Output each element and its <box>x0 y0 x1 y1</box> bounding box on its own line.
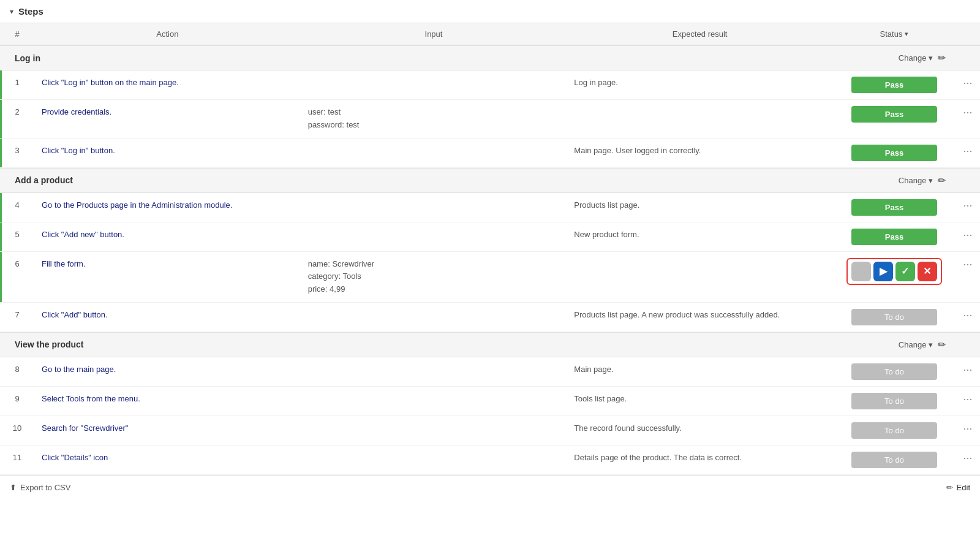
action-text: Provide credentials. <box>34 106 301 118</box>
groups-container: Log in Change ▾ ✏ 1 Click "Log in" butto… <box>0 45 980 475</box>
more-options-button[interactable]: ··· <box>956 309 980 322</box>
group-change-btn-2[interactable]: Change ▾ <box>899 340 933 349</box>
pass-indicator <box>0 70 2 99</box>
pass-button[interactable]: Pass <box>851 229 937 245</box>
edit-label: Edit <box>957 483 970 492</box>
status-sort-chevron: ▾ <box>905 30 908 38</box>
pass-indicator <box>0 222 2 251</box>
table-row: 1 Click "Log in" button on the main page… <box>0 70 980 100</box>
more-options-button[interactable]: ··· <box>956 422 980 435</box>
row-number: 2 <box>0 106 34 116</box>
more-options-button[interactable]: ··· <box>956 199 980 212</box>
row-number: 5 <box>0 229 34 239</box>
col-num: # <box>0 29 34 39</box>
group-header-0: Log in Change ▾ ✏ <box>0 45 980 70</box>
status-btn-green[interactable]: ✓ <box>895 262 915 281</box>
row-number: 7 <box>0 309 34 319</box>
table-row: 2 Provide credentials. user: testpasswor… <box>0 100 980 138</box>
pass-button[interactable]: Pass <box>851 145 937 161</box>
action-text: Go to the main page. <box>34 363 301 376</box>
status-cell: ▶ ✓ ✕ <box>833 258 956 285</box>
status-cell: To do <box>833 309 956 325</box>
expected-text: Products list page. A new product was su… <box>567 309 833 321</box>
expected-text: New product form. <box>567 229 833 241</box>
table-row: 8 Go to the main page. Main page. To do … <box>0 357 980 387</box>
col-expected: Expected result <box>567 29 833 39</box>
input-text: user: testpassword: test <box>301 106 567 132</box>
todo-button[interactable]: To do <box>851 309 937 325</box>
group-edit-icon-0[interactable]: ✏ <box>938 52 946 64</box>
table-row: 5 Click "Add new" button. New product fo… <box>0 222 980 252</box>
status-cell: Pass <box>833 145 956 161</box>
status-cell: To do <box>833 393 956 409</box>
expected-text: Main page. User logged in correctly. <box>567 145 833 157</box>
action-text: Click "Add" button. <box>34 309 301 321</box>
group-name-1: Add a product <box>10 175 823 185</box>
table-row: 10 Search for "Screwdriver" The record f… <box>0 416 980 446</box>
group-name-2: View the product <box>10 340 823 349</box>
group-header-1: Add a product Change ▾ ✏ <box>0 168 980 193</box>
row-number: 9 <box>0 393 34 403</box>
todo-button[interactable]: To do <box>851 452 937 468</box>
action-text: Search for "Screwdriver" <box>34 422 301 434</box>
group-edit-icon-2[interactable]: ✏ <box>938 339 946 351</box>
more-options-button[interactable]: ··· <box>956 452 980 465</box>
status-cell: To do <box>833 452 956 468</box>
table-row: 9 Select Tools from the menu. Tools list… <box>0 387 980 416</box>
more-options-button[interactable]: ··· <box>956 229 980 241</box>
more-options-button[interactable]: ··· <box>956 145 980 157</box>
pass-indicator <box>0 252 2 302</box>
table-row: 3 Click "Log in" button. Main page. User… <box>0 138 980 168</box>
status-cell: Pass <box>833 77 956 93</box>
expected-text: The record found successfully. <box>567 422 833 434</box>
expected-text: Tools list page. <box>567 393 833 405</box>
edit-button[interactable]: ✏ Edit <box>946 483 970 492</box>
more-options-button[interactable]: ··· <box>956 363 980 376</box>
more-options-button[interactable]: ··· <box>956 393 980 406</box>
action-text: Fill the form. <box>34 258 301 270</box>
table-header: # Action Input Expected result Status ▾ <box>0 23 980 45</box>
status-selector: ▶ ✓ ✕ <box>846 258 942 285</box>
action-text: Click "Log in" button. <box>34 145 301 157</box>
todo-button[interactable]: To do <box>851 363 937 380</box>
todo-button[interactable]: To do <box>851 393 937 409</box>
table-row: 7 Click "Add" button. Products list page… <box>0 303 980 332</box>
group-name-0: Log in <box>10 53 823 63</box>
status-cell: To do <box>833 363 956 380</box>
table-row: 6 Fill the form. name: Screwdrivercatego… <box>0 252 980 303</box>
row-number: 6 <box>0 258 34 268</box>
group-change-btn-1[interactable]: Change ▾ <box>899 176 933 185</box>
status-btn-blue[interactable]: ▶ <box>873 262 893 281</box>
status-btn-grey[interactable] <box>851 262 871 281</box>
more-options-button[interactable]: ··· <box>956 77 980 89</box>
steps-header[interactable]: ▾ Steps <box>0 0 980 23</box>
expected-text: Products list page. <box>567 199 833 211</box>
more-options-button[interactable]: ··· <box>956 258 980 271</box>
row-number: 4 <box>0 199 34 210</box>
pass-button[interactable]: Pass <box>851 106 937 123</box>
row-number: 1 <box>0 77 34 87</box>
row-number: 8 <box>0 363 34 374</box>
edit-icon: ✏ <box>946 483 953 492</box>
status-cell: To do <box>833 422 956 439</box>
pass-button[interactable]: Pass <box>851 77 937 93</box>
pass-button[interactable]: Pass <box>851 199 937 216</box>
expected-text: Details page of the product. The data is… <box>567 452 833 464</box>
col-status[interactable]: Status ▾ <box>833 29 956 39</box>
steps-title: Steps <box>18 6 43 17</box>
status-cell: Pass <box>833 199 956 216</box>
footer: ⬆ Export to CSV ✏ Edit <box>0 475 980 499</box>
export-csv-button[interactable]: ⬆ Export to CSV <box>10 483 70 492</box>
group-edit-icon-1[interactable]: ✏ <box>938 175 946 186</box>
group-header-2: View the product Change ▾ ✏ <box>0 332 980 357</box>
action-text: Click "Log in" button on the main page. <box>34 77 301 89</box>
col-more <box>956 29 980 39</box>
export-icon: ⬆ <box>10 483 17 492</box>
row-number: 11 <box>0 452 34 462</box>
group-change-btn-0[interactable]: Change ▾ <box>899 53 933 63</box>
table-row: 11 Click "Details" icon Details page of … <box>0 446 980 475</box>
more-options-button[interactable]: ··· <box>956 106 980 119</box>
status-btn-red[interactable]: ✕ <box>918 262 937 281</box>
col-action: Action <box>34 29 301 39</box>
todo-button[interactable]: To do <box>851 422 937 439</box>
